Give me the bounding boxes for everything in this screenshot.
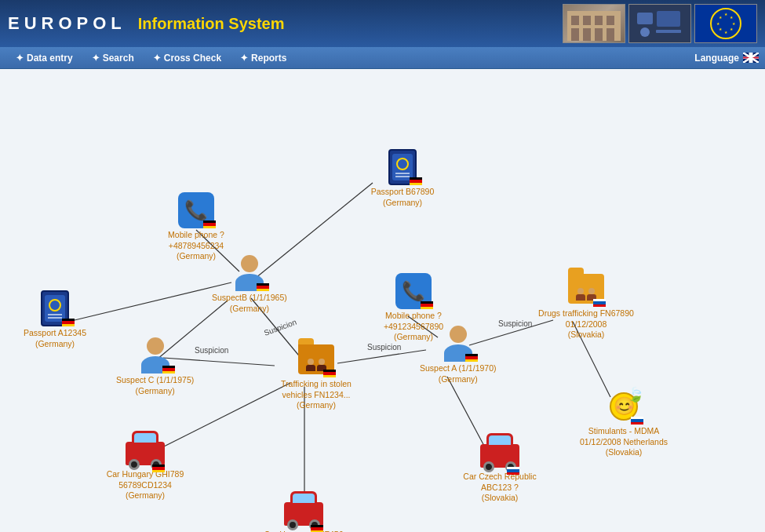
flag-de-suspect-c — [162, 366, 175, 373]
mobile-a-icon: 📞 — [394, 271, 433, 311]
node-suspect-a[interactable]: Suspect A (1/1/1970)(Germany) — [420, 324, 496, 384]
svg-rect-13 — [656, 30, 681, 33]
uk-flag-icon — [743, 53, 759, 63]
svg-rect-4 — [607, 16, 614, 25]
suspect-c-icon — [136, 336, 175, 375]
node-drugs-fn[interactable]: Drugs trafficking FN67890 01/12/2008(Slo… — [535, 269, 637, 341]
svg-rect-8 — [607, 28, 614, 41]
svg-rect-6 — [583, 28, 591, 41]
trafficking-icon — [297, 340, 336, 379]
nav-reports[interactable]: ✦ Reports — [231, 51, 296, 65]
suspect-a-label: Suspect A (1/1/1970)(Germany) — [420, 363, 496, 384]
flag-de — [410, 177, 422, 185]
app-title: Information System — [138, 15, 563, 33]
svg-text:★: ★ — [730, 27, 734, 31]
node-suspect-b[interactable]: SuspectB (1/1/1965)(Germany) — [212, 253, 287, 314]
svg-rect-22 — [743, 53, 759, 63]
svg-rect-1 — [571, 16, 579, 25]
flag-sk-drugs-fn — [593, 299, 606, 307]
conn-label-a-drugs: Suspicion — [498, 319, 532, 328]
car-hungary-1-icon — [126, 426, 165, 469]
suspect-c-label: Suspect C (1/1/1975)(Germany) — [116, 375, 194, 396]
svg-rect-2 — [583, 16, 591, 25]
svg-text:★: ★ — [730, 15, 734, 20]
svg-rect-27 — [750, 53, 752, 63]
suspect-b-icon — [230, 253, 269, 293]
nav-search[interactable]: ✦ Search — [82, 51, 144, 65]
svg-point-12 — [640, 27, 650, 37]
svg-line-24 — [743, 53, 759, 63]
car-hungary-2-icon — [284, 486, 323, 530]
svg-rect-28 — [743, 56, 759, 59]
svg-rect-30 — [743, 57, 759, 59]
svg-line-26 — [743, 53, 759, 63]
node-car-hungary-2[interactable]: Car Hungary DEF456 1234AB56789(Germany) — [253, 486, 355, 532]
flag-de-suspect-b — [257, 283, 269, 291]
flag-de-passport-a — [62, 319, 75, 326]
node-mobile-b[interactable]: 📞 Mobile phone ? +48789456234(Germany) — [145, 191, 247, 262]
stimulants-icon: 😊 🍃 — [604, 387, 643, 426]
passport-b-icon — [383, 148, 422, 187]
car-czech-icon — [480, 428, 519, 472]
svg-rect-5 — [571, 28, 579, 41]
svg-line-23 — [743, 53, 759, 63]
conn-label-b-traffic: Suspicion — [263, 318, 298, 337]
node-car-hungary-1[interactable]: Car Hungary GHI789 56789CD1234(Germany) — [94, 426, 196, 501]
svg-rect-10 — [637, 13, 653, 24]
logo: EUROPOL — [8, 13, 126, 34]
suspect-b-label: SuspectB (1/1/1965)(Germany) — [212, 293, 287, 314]
svg-rect-3 — [595, 16, 603, 25]
node-car-czech[interactable]: Car Czech Republic ABC123 ?(Slovakia) — [449, 428, 551, 504]
flag-sk-stimulants — [631, 417, 643, 425]
svg-text:★: ★ — [716, 21, 720, 26]
nav-search-icon: ✦ — [92, 53, 100, 64]
node-trafficking[interactable]: Trafficking in stolen vehicles FN1234...… — [265, 340, 367, 411]
node-stimulants[interactable]: 😊 🍃 Stimulants - MDMA 01/12/2008 Netherl… — [573, 387, 675, 458]
flag-de-car2 — [311, 525, 323, 532]
conn-label-a-traffic: Suspicion — [367, 343, 401, 352]
svg-text:★: ★ — [724, 30, 728, 35]
nav-cross-check[interactable]: ✦ Cross Check — [144, 51, 231, 65]
drugs-fn-label: Drugs trafficking FN67890 01/12/2008(Slo… — [535, 308, 637, 341]
main-canvas: Suspicion Suspicion Suspicion Suspicion — [0, 69, 765, 532]
svg-rect-29 — [750, 53, 752, 63]
header-image-building — [563, 4, 625, 43]
svg-text:★: ★ — [719, 27, 723, 31]
flag-de-mobile-a — [421, 301, 433, 309]
nav-reports-icon: ✦ — [240, 53, 248, 64]
passport-b-label: Passport B67890 (Germany) — [352, 187, 454, 208]
flag-sk-car-czech — [507, 467, 519, 475]
car-hungary-1-label: Car Hungary GHI789 56789CD1234(Germany) — [94, 469, 196, 501]
car-czech-label: Car Czech Republic ABC123 ?(Slovakia) — [449, 472, 551, 504]
mobile-b-icon: 📞 — [177, 191, 216, 230]
svg-text:★: ★ — [719, 15, 723, 20]
nav-data-entry[interactable]: ✦ Data entry — [6, 51, 82, 65]
node-passport-a[interactable]: Passport A12345(Germany) — [24, 289, 86, 349]
nav-data-entry-icon: ✦ — [16, 53, 24, 64]
conn-label-c-traffic: Suspicion — [195, 346, 228, 355]
node-passport-b[interactable]: Passport B67890 (Germany) — [352, 148, 454, 208]
svg-rect-7 — [595, 28, 603, 41]
navbar: ✦ Data entry ✦ Search ✦ Cross Check ✦ Re… — [0, 47, 765, 69]
flag-de-suspect-a — [465, 354, 478, 362]
stimulants-label: Stimulants - MDMA 01/12/2008 Netherlands… — [573, 426, 675, 458]
header-images: ★ ★ ★ ★ ★ ★ ★ ★ — [563, 4, 757, 43]
passport-a-icon — [35, 289, 75, 328]
svg-text:★: ★ — [724, 12, 728, 16]
eu-circle: ★ ★ ★ ★ ★ ★ ★ ★ — [710, 8, 741, 39]
header: EUROPOL Information System — [0, 0, 765, 47]
drugs-fn-icon — [566, 269, 606, 308]
trafficking-label: Trafficking in stolen vehicles FN1234...… — [265, 379, 367, 411]
svg-line-25 — [743, 53, 759, 63]
svg-line-33 — [75, 282, 231, 320]
header-image-eu: ★ ★ ★ ★ ★ ★ ★ ★ — [694, 4, 757, 43]
language-selector[interactable]: Language — [694, 53, 759, 64]
suspect-a-icon — [439, 324, 478, 363]
node-suspect-c[interactable]: Suspect C (1/1/1975)(Germany) — [116, 336, 194, 396]
header-image-tech — [628, 4, 691, 43]
flag-de-mobile-b — [203, 220, 216, 228]
svg-rect-11 — [657, 11, 680, 27]
passport-a-label: Passport A12345(Germany) — [24, 328, 86, 349]
nav-cross-check-icon: ✦ — [153, 53, 161, 64]
flag-de-trafficking — [323, 370, 336, 377]
